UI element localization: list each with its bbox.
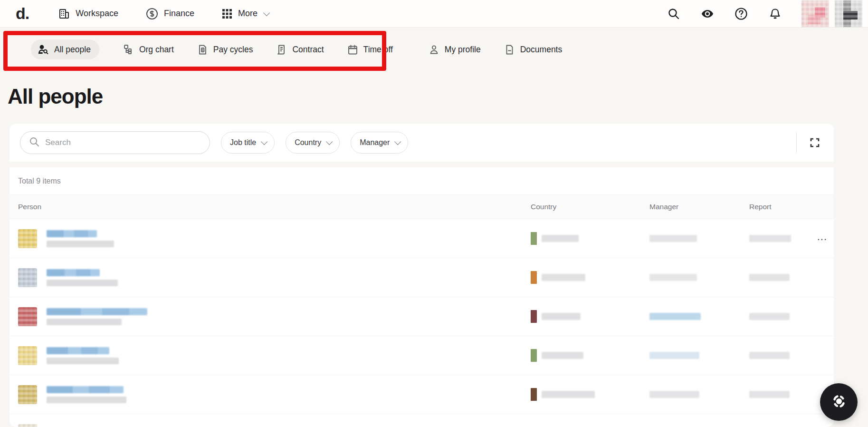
- row-menu-icon[interactable]: ...: [817, 232, 827, 242]
- avatar-pixel-block: [808, 15, 820, 24]
- search-input[interactable]: [45, 138, 201, 147]
- nav-item-workspace[interactable]: Workspace: [58, 8, 118, 19]
- filter-job-title[interactable]: Job title: [221, 132, 275, 154]
- redacted-person-text: [47, 308, 147, 325]
- help-icon[interactable]: [734, 7, 748, 21]
- person-cell: [10, 385, 531, 404]
- report-cell: [749, 313, 820, 320]
- column-header-manager[interactable]: Manager: [649, 203, 749, 211]
- table-row[interactable]: [10, 414, 834, 427]
- tab-contract[interactable]: Contract: [276, 44, 324, 55]
- redacted-report: [749, 274, 790, 281]
- redacted-name[interactable]: [47, 308, 147, 315]
- country-cell: [531, 310, 649, 323]
- redacted-report: [749, 352, 790, 359]
- tab-label: Documents: [520, 45, 563, 55]
- redacted-name[interactable]: [47, 386, 124, 393]
- avatar-pixel-block: [843, 0, 851, 27]
- people-table: Total 9 items Person Country Manager Rep…: [10, 167, 834, 427]
- bell-icon[interactable]: [768, 7, 782, 21]
- table-row[interactable]: [10, 375, 834, 414]
- capture-orbit-icon: [829, 391, 849, 413]
- tab-org-chart[interactable]: Org chart: [123, 44, 174, 55]
- avatar: [18, 346, 37, 365]
- flag-icon: [531, 349, 537, 362]
- redacted-country: [542, 313, 581, 320]
- redacted-manager: [649, 235, 697, 242]
- table-row[interactable]: [10, 336, 834, 375]
- flag-icon: [531, 388, 537, 401]
- avatar-pixel-block: [843, 11, 858, 19]
- top-app-bar: d. Workspace Finance: [0, 0, 868, 28]
- top-right-actions: [667, 0, 868, 28]
- tab-time-off[interactable]: Time off: [347, 44, 393, 55]
- table-body: ...: [10, 219, 834, 427]
- eye-icon[interactable]: [700, 7, 715, 21]
- table-row[interactable]: ...: [10, 219, 834, 258]
- avatar[interactable]: [835, 0, 862, 27]
- nav-item-more[interactable]: More: [222, 9, 268, 19]
- chevron-down-icon: [261, 138, 267, 145]
- divider: [796, 133, 797, 153]
- search-input-wrapper[interactable]: [20, 131, 210, 154]
- redacted-report: [749, 391, 790, 398]
- avatar: [18, 307, 37, 326]
- redacted-person-text: [47, 347, 119, 364]
- org-chart-icon: [123, 44, 134, 55]
- manager-cell: [649, 274, 749, 281]
- redacted-manager: [649, 352, 699, 359]
- redacted-report: [749, 313, 790, 320]
- chevron-down-icon: [394, 138, 401, 145]
- avatar[interactable]: [801, 0, 829, 27]
- tab-my-profile[interactable]: My profile: [429, 44, 481, 55]
- redacted-job-title: [47, 241, 114, 247]
- filter-label: Job title: [230, 138, 256, 147]
- filter-manager[interactable]: Manager: [351, 132, 408, 154]
- redacted-country: [542, 235, 579, 242]
- avatar: [18, 268, 37, 287]
- redacted-person-text: [47, 230, 114, 247]
- nav-label: Finance: [164, 9, 194, 19]
- manager-cell: [649, 352, 749, 359]
- nav-item-finance[interactable]: Finance: [146, 8, 194, 20]
- avatar: [18, 385, 37, 404]
- column-header-report[interactable]: Report: [749, 203, 820, 211]
- column-header-person[interactable]: Person: [10, 203, 531, 211]
- filter-label: Country: [295, 138, 321, 147]
- table-summary: Total 9 items: [10, 167, 834, 195]
- manager-cell: [649, 235, 749, 242]
- redacted-name[interactable]: [47, 347, 109, 354]
- tab-pay-cycles[interactable]: Pay cycles: [197, 44, 253, 55]
- filter-country[interactable]: Country: [286, 132, 340, 154]
- toolbar-right: [796, 133, 823, 153]
- chevron-down-icon: [263, 9, 270, 16]
- search-icon: [29, 136, 39, 149]
- brand-logo[interactable]: d.: [16, 4, 29, 23]
- tab-documents[interactable]: Documents: [504, 44, 563, 55]
- table-header-row: Person Country Manager Report: [10, 195, 834, 219]
- table-row[interactable]: [10, 297, 834, 336]
- filter-toolbar: Job title Country Manager: [10, 124, 834, 162]
- redacted-name[interactable]: [47, 230, 97, 237]
- avatar: [18, 424, 37, 427]
- person-cell: [10, 424, 531, 427]
- redacted-name[interactable]: [47, 269, 100, 276]
- grid-icon: [222, 9, 232, 19]
- redacted-person-text: [47, 269, 118, 286]
- person-cell: [10, 346, 531, 365]
- tab-label: My profile: [445, 45, 481, 55]
- flag-icon: [531, 232, 537, 245]
- avatar: [18, 229, 37, 248]
- flag-icon: [531, 271, 537, 284]
- column-header-country[interactable]: Country: [531, 203, 649, 211]
- redacted-report: [749, 235, 791, 242]
- table-row[interactable]: [10, 258, 834, 297]
- fullscreen-icon[interactable]: [806, 134, 823, 151]
- contract-icon: [276, 44, 287, 55]
- manager-cell: [649, 313, 749, 320]
- page-title: All people: [8, 85, 103, 108]
- person-cell: [10, 268, 531, 287]
- screen-assist-fab[interactable]: [820, 383, 858, 421]
- tab-all-people[interactable]: All people: [31, 39, 99, 59]
- search-icon[interactable]: [667, 7, 681, 21]
